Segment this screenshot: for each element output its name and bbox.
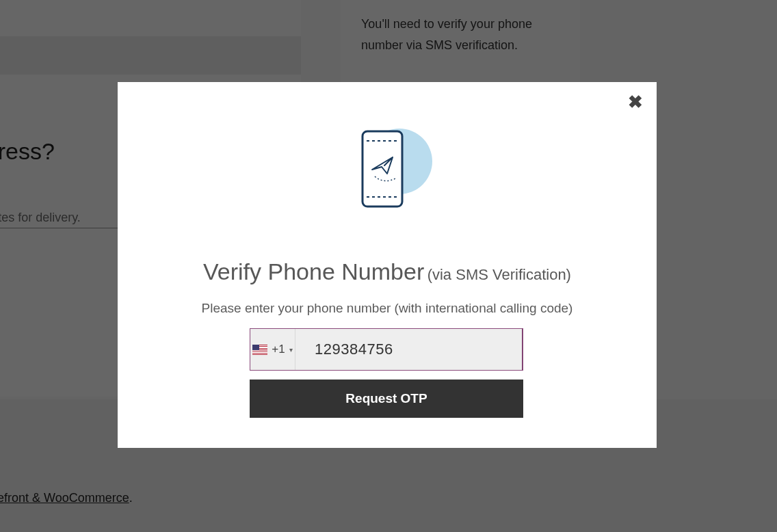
modal-title-sub: (via SMS Verification) [427, 266, 571, 283]
modal-title-main: Verify Phone Number [203, 258, 424, 284]
svg-rect-1 [363, 131, 402, 207]
us-flag-icon [252, 345, 267, 355]
phone-number-input[interactable] [295, 329, 523, 370]
modal-help-text: Please enter your phone number (with int… [118, 301, 657, 316]
dial-code: +1 [272, 343, 285, 356]
chevron-down-icon: ▾ [289, 346, 293, 354]
phone-input-group: +1 ▾ [250, 328, 523, 371]
verify-illustration [339, 123, 435, 222]
request-otp-button[interactable]: Request OTP [250, 380, 523, 418]
country-code-selector[interactable]: +1 ▾ [250, 329, 295, 370]
modal-title: Verify Phone Number (via SMS Verificatio… [118, 258, 657, 285]
close-icon[interactable]: ✖ [628, 93, 643, 111]
